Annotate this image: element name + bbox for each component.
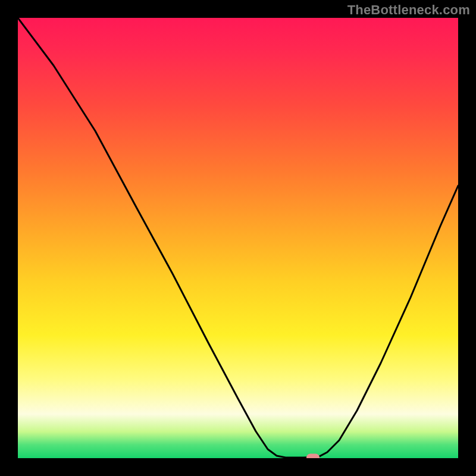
watermark-text: TheBottleneck.com <box>347 2 470 18</box>
plot-area <box>18 18 458 458</box>
curve-path <box>18 18 458 458</box>
chart-frame: TheBottleneck.com <box>0 0 476 476</box>
bottleneck-curve <box>18 18 458 458</box>
optimal-point-marker <box>306 454 320 459</box>
